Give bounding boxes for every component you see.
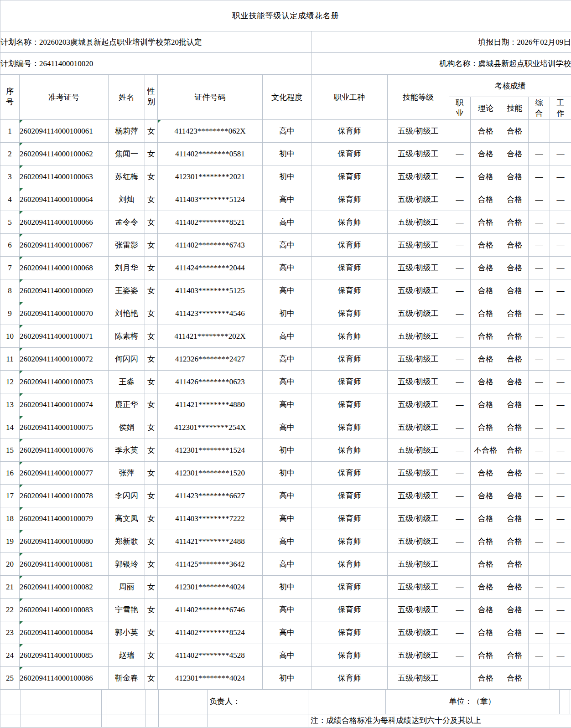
cell-exam-no[interactable]: 2602094114000100084 bbox=[20, 621, 109, 644]
cell-exam-no[interactable]: 2602094114000100064 bbox=[20, 188, 109, 211]
cell-id-no[interactable]: 412301********1520 bbox=[158, 462, 263, 485]
cell-occupation[interactable]: 保育师 bbox=[311, 234, 388, 257]
cell-exam-no[interactable]: 2602094114000100079 bbox=[20, 507, 109, 530]
cell-seq[interactable]: 16 bbox=[0, 462, 20, 485]
cell-seq[interactable]: 11 bbox=[0, 348, 20, 371]
cell-level[interactable]: 五级/初级工 bbox=[388, 530, 449, 553]
cell-name[interactable]: 郑新歌 bbox=[109, 530, 145, 553]
cell-exam-no[interactable]: 2602094114000100077 bbox=[20, 462, 109, 485]
report-date-cell[interactable]: 填报日期：2026年02月09日 bbox=[311, 31, 571, 53]
cell-gender[interactable]: 女 bbox=[145, 462, 158, 485]
cell-gender[interactable]: 女 bbox=[145, 188, 158, 211]
cell-score-work[interactable]: — bbox=[550, 371, 571, 393]
cell-score-comprehensive[interactable]: — bbox=[529, 667, 550, 690]
cell-score-theory[interactable]: 合格 bbox=[471, 143, 501, 165]
cell-occupation[interactable]: 保育师 bbox=[311, 257, 388, 279]
cell-level[interactable]: 五级/初级工 bbox=[388, 302, 449, 325]
cell-name[interactable]: 鹿正华 bbox=[109, 393, 145, 416]
cell-gender[interactable]: 女 bbox=[145, 553, 158, 576]
cell-education[interactable]: 高中 bbox=[263, 188, 311, 211]
cell-level[interactable]: 五级/初级工 bbox=[388, 644, 449, 667]
cell-education[interactable]: 高中 bbox=[263, 279, 311, 302]
cell-gender[interactable]: 女 bbox=[145, 257, 158, 279]
cell-score-theory[interactable]: 合格 bbox=[471, 644, 501, 667]
cell-score-theory[interactable]: 合格 bbox=[471, 257, 501, 279]
cell-score-occupational[interactable]: — bbox=[449, 371, 471, 393]
cell-gender[interactable]: 女 bbox=[145, 507, 158, 530]
cell-level[interactable]: 五级/初级工 bbox=[388, 371, 449, 393]
cell-id-no[interactable]: 411424********2044 bbox=[158, 257, 263, 279]
cell-seq[interactable]: 8 bbox=[0, 279, 20, 302]
col-header-level[interactable]: 技能等级 bbox=[388, 75, 449, 120]
cell-score-comprehensive[interactable]: — bbox=[529, 553, 550, 576]
cell-score-theory[interactable]: 合格 bbox=[471, 416, 501, 439]
cell-level[interactable]: 五级/初级工 bbox=[388, 416, 449, 439]
cell-score-comprehensive[interactable]: — bbox=[529, 257, 550, 279]
cell-seq[interactable]: 14 bbox=[0, 416, 20, 439]
cell-gender[interactable]: 女 bbox=[145, 120, 158, 143]
cell-gender[interactable]: 女 bbox=[145, 165, 158, 188]
cell-score-comprehensive[interactable]: — bbox=[529, 462, 550, 485]
cell-score-occupational[interactable]: — bbox=[449, 211, 471, 234]
cell-score-occupational[interactable]: — bbox=[449, 393, 471, 416]
cell-exam-no[interactable]: 2602094114000100061 bbox=[20, 120, 109, 143]
cell-score-occupational[interactable]: — bbox=[449, 599, 471, 621]
cell-score-comprehensive[interactable]: — bbox=[529, 621, 550, 644]
cell-score-theory[interactable]: 合格 bbox=[471, 234, 501, 257]
cell-occupation[interactable]: 保育师 bbox=[311, 325, 388, 348]
cell-name[interactable]: 王淼 bbox=[109, 371, 145, 393]
cell-score-work[interactable]: — bbox=[550, 507, 571, 530]
cell-score-occupational[interactable]: — bbox=[449, 348, 471, 371]
cell-id-no[interactable]: 411425********3642 bbox=[158, 553, 263, 576]
cell-name[interactable]: 宁雪艳 bbox=[109, 599, 145, 621]
cell-occupation[interactable]: 保育师 bbox=[311, 553, 388, 576]
cell-score-theory[interactable]: 合格 bbox=[471, 621, 501, 644]
cell-occupation[interactable]: 保育师 bbox=[311, 120, 388, 143]
cell-exam-no[interactable]: 2602094114000100086 bbox=[20, 667, 109, 690]
cell-exam-no[interactable]: 2602094114000100083 bbox=[20, 599, 109, 621]
cell-name[interactable]: 焦闻一 bbox=[109, 143, 145, 165]
cell-level[interactable]: 五级/初级工 bbox=[388, 325, 449, 348]
cell-score-skill[interactable]: 合格 bbox=[501, 621, 529, 644]
cell-level[interactable]: 五级/初级工 bbox=[388, 507, 449, 530]
cell-id-no[interactable]: 411403********7222 bbox=[158, 507, 263, 530]
cell-exam-no[interactable]: 2602094114000100062 bbox=[20, 143, 109, 165]
cell-score-occupational[interactable]: — bbox=[449, 302, 471, 325]
cell-education[interactable]: 高中 bbox=[263, 348, 311, 371]
cell-exam-no[interactable]: 2602094114000100070 bbox=[20, 302, 109, 325]
cell-gender[interactable]: 女 bbox=[145, 644, 158, 667]
cell-education[interactable]: 高中 bbox=[263, 234, 311, 257]
cell-score-occupational[interactable]: — bbox=[449, 553, 471, 576]
cell-exam-no[interactable]: 2602094114000100074 bbox=[20, 393, 109, 416]
cell-gender[interactable]: 女 bbox=[145, 371, 158, 393]
cell-name[interactable]: 刘灿 bbox=[109, 188, 145, 211]
cell-score-work[interactable]: — bbox=[550, 143, 571, 165]
cell-name[interactable]: 孟令令 bbox=[109, 211, 145, 234]
cell-occupation[interactable]: 保育师 bbox=[311, 507, 388, 530]
cell-occupation[interactable]: 保育师 bbox=[311, 644, 388, 667]
cell-score-work[interactable]: — bbox=[550, 348, 571, 371]
cell-level[interactable]: 五级/初级工 bbox=[388, 393, 449, 416]
cell-name[interactable]: 王姿姿 bbox=[109, 279, 145, 302]
cell-name[interactable]: 李闪闪 bbox=[109, 485, 145, 507]
cell-education[interactable]: 初中 bbox=[263, 302, 311, 325]
cell-level[interactable]: 五级/初级工 bbox=[388, 621, 449, 644]
cell-gender[interactable]: 女 bbox=[145, 302, 158, 325]
cell-education[interactable]: 初中 bbox=[263, 462, 311, 485]
cell-seq[interactable]: 22 bbox=[0, 599, 20, 621]
cell-score-occupational[interactable]: — bbox=[449, 667, 471, 690]
cell-score-occupational[interactable]: — bbox=[449, 439, 471, 462]
cell-name[interactable]: 靳金春 bbox=[109, 667, 145, 690]
cell-occupation[interactable]: 保育师 bbox=[311, 143, 388, 165]
cell-score-comprehensive[interactable]: — bbox=[529, 530, 550, 553]
cell-occupation[interactable]: 保育师 bbox=[311, 348, 388, 371]
cell-seq[interactable]: 6 bbox=[0, 234, 20, 257]
cell-score-comprehensive[interactable]: — bbox=[529, 644, 550, 667]
cell-id-no[interactable]: 411421********2488 bbox=[158, 530, 263, 553]
cell-seq[interactable]: 1 bbox=[0, 120, 20, 143]
cell-level[interactable]: 五级/初级工 bbox=[388, 257, 449, 279]
cell-score-occupational[interactable]: — bbox=[449, 165, 471, 188]
cell-level[interactable]: 五级/初级工 bbox=[388, 553, 449, 576]
col-header-score-group[interactable]: 考核成绩 bbox=[449, 75, 571, 97]
cell-score-occupational[interactable]: — bbox=[449, 188, 471, 211]
